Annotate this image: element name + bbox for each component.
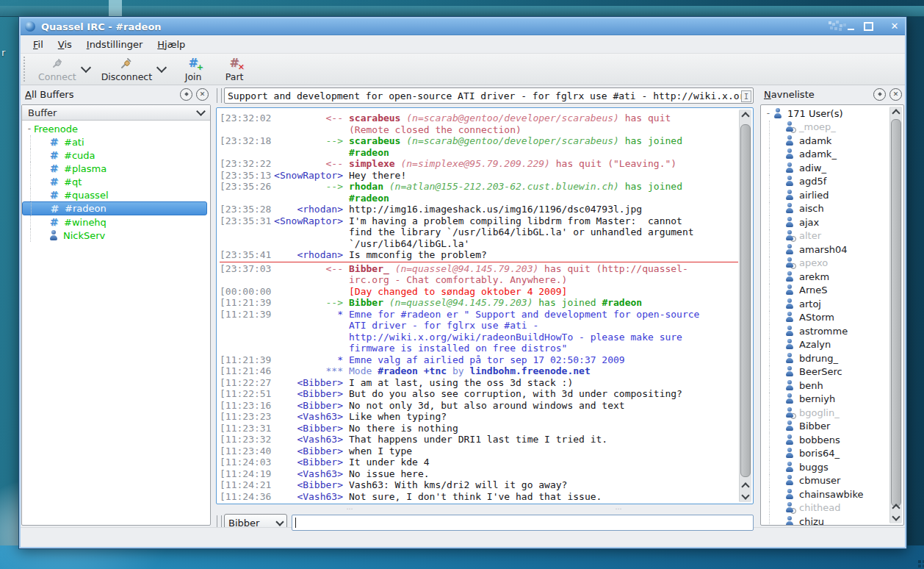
nick-item-buggs[interactable]: buggs (761, 460, 890, 474)
nick-label: artoj (799, 298, 821, 309)
topic-handle[interactable] (217, 88, 222, 103)
resize-grip-icon[interactable] (918, 560, 921, 563)
buffer-item-ati[interactable]: #ati (22, 135, 210, 148)
connect-button[interactable]: Connect (34, 55, 81, 83)
menu-vis[interactable]: Vis (51, 37, 79, 52)
nick-item-chainsawbike[interactable]: chainsawbike (761, 487, 890, 501)
sender: <-- (272, 112, 343, 135)
nick-item-benh[interactable]: benh (761, 379, 890, 393)
nick-label: adamk (799, 135, 831, 146)
chat-view[interactable]: [23:32:02<--scarabeus (n=scarab@gentoo/d… (216, 107, 754, 504)
nick-item-adamk[interactable]: adamk (761, 134, 890, 148)
float-icon[interactable] (873, 88, 886, 101)
nick-label: BeerSerc (799, 366, 842, 377)
timestamp: [23:35:26 (220, 181, 272, 204)
nick-item-astromme[interactable]: astromme (761, 324, 890, 338)
nick-item-aisch[interactable]: aisch (761, 202, 890, 216)
close-icon[interactable]: ✕ (889, 21, 900, 32)
nick-list-root[interactable]: -171 User(s) (761, 107, 890, 121)
chat-scrollbar-handle[interactable] (740, 124, 751, 477)
nick-item-artoj[interactable]: artoj (761, 297, 890, 311)
toolbar: Connect Disconnect #+ Join #✕ Part (21, 54, 905, 85)
nick-item-apexo[interactable]: apexo (761, 257, 890, 271)
nick-item-chizu[interactable]: chizu (761, 515, 890, 525)
scroll-up-icon[interactable] (890, 107, 902, 117)
nick-item-arekm[interactable]: arekm (761, 270, 890, 284)
nick-item-beerserc[interactable]: BeerSerc (761, 365, 890, 379)
nick-item-chithead[interactable]: chithead (761, 501, 890, 515)
minimize-icon[interactable] (845, 21, 856, 32)
buffer-column-header[interactable]: Buffer (22, 105, 210, 121)
nick-item-ajax[interactable]: ajax (761, 215, 890, 229)
menu-hjaelp[interactable]: Hjælp (151, 37, 192, 52)
join-button[interactable]: #+ Join (173, 55, 214, 83)
collapse-toggle[interactable]: - (764, 110, 773, 117)
buffer-item-quassel[interactable]: #quassel (22, 188, 210, 201)
splitter-horizontal[interactable]: ⋯⋯ (216, 504, 754, 513)
scroll-up-icon[interactable] (740, 480, 751, 490)
titlebar[interactable]: Quassel IRC - #radeon ✕ (21, 18, 905, 35)
splitter-right[interactable] (754, 85, 759, 527)
nick-item-airlied[interactable]: airlied (761, 188, 890, 202)
sender: <Bibber> (272, 445, 343, 457)
connect-dropdown-icon[interactable] (81, 62, 91, 73)
topic-text: Support and development for open-source … (228, 90, 750, 101)
nick-item-azalyn[interactable]: Azalyn (761, 338, 890, 352)
buffer-item-cuda[interactable]: #cuda (22, 148, 210, 162)
message-input[interactable] (292, 515, 754, 531)
scroll-up-icon[interactable] (740, 110, 751, 120)
nick-item-bibber[interactable]: Bibber (761, 420, 890, 434)
nick-item-boris64[interactable]: boris64_ (761, 447, 890, 461)
chat-message: [11:24:03<Bibber>It under kde 4 (220, 457, 738, 468)
nick-scrollbar-handle[interactable] (891, 119, 901, 507)
join-channel-icon: #+ (188, 56, 198, 71)
buffer-item-nickserv[interactable]: NickServ (22, 229, 210, 242)
disconnect-dropdown-icon[interactable] (156, 62, 167, 73)
nick-item-moep[interactable]: _moep_ (761, 121, 890, 135)
menu-fil[interactable]: Fil (26, 37, 50, 52)
nick-item-bdrung[interactable]: bdrung_ (761, 351, 890, 365)
nick-item-cbmuser[interactable]: cbmuser (761, 474, 890, 488)
buffer-item-winehq[interactable]: #winehq (22, 215, 210, 229)
desktop-icon-label: r (1, 47, 5, 58)
sender: <Bibber> (272, 388, 343, 400)
nick-item-adiw[interactable]: adiw_ (761, 161, 890, 175)
buffer-item-plasma[interactable]: #plasma (22, 162, 210, 175)
scroll-down-icon[interactable] (890, 512, 902, 523)
close-icon[interactable]: ✕ (889, 88, 902, 101)
menu-indstillinger[interactable]: Indstillinger (80, 37, 150, 52)
nick-item-agd5f[interactable]: agd5f (761, 175, 890, 189)
chat-scrollbar[interactable] (739, 110, 751, 502)
nick-scrollbar[interactable] (889, 107, 902, 523)
part-channel-icon: #✕ (229, 56, 239, 71)
part-button[interactable]: #✕ Part (214, 55, 255, 83)
close-icon[interactable]: ✕ (196, 88, 209, 101)
timestamp: [23:32:18 (220, 135, 272, 158)
nick-label: boris64_ (799, 448, 840, 459)
nick-item-arnes[interactable]: ArneS (761, 284, 890, 298)
disconnect-button[interactable]: Disconnect (97, 55, 156, 83)
message-text: Not sure, I don't think I've had that is… (349, 491, 705, 503)
scroll-up-icon[interactable] (890, 501, 902, 512)
buffer-item-freenode[interactable]: -Freenode (22, 122, 210, 135)
maximize-icon[interactable] (862, 21, 874, 32)
buffer-item-qt[interactable]: #qt (22, 175, 210, 188)
nick-item-adamk[interactable]: adamk_ (761, 148, 890, 162)
nick-dock-header[interactable]: Navneliste ✕ (759, 85, 905, 103)
nick-item-amarsh04[interactable]: amarsh04 (761, 243, 890, 257)
nick-item-alter[interactable]: alter (761, 229, 890, 243)
toolbar-handle[interactable] (24, 57, 29, 82)
message-text: when I type (349, 445, 705, 457)
float-icon[interactable] (180, 88, 192, 101)
scroll-down-icon[interactable] (740, 491, 751, 501)
nick-item-astorm[interactable]: AStorm (761, 311, 890, 325)
topic-input[interactable]: Support and development for open-source … (224, 87, 754, 104)
chat-message: [23:32:18-->scarabeus (n=scarab@gentoo/d… (220, 135, 738, 158)
buffer-dock-header[interactable]: All Buffers ✕ (21, 85, 212, 103)
nick-label: chizu (799, 516, 824, 525)
buffer-item-radeon[interactable]: #radeon (22, 201, 207, 215)
nick-item-bgoglin[interactable]: bgoglin_ (761, 406, 890, 420)
nick-item-berniyh[interactable]: berniyh (761, 393, 890, 407)
nick-item-bobbens[interactable]: bobbens (761, 433, 890, 447)
collapse-toggle[interactable]: - (25, 125, 34, 132)
